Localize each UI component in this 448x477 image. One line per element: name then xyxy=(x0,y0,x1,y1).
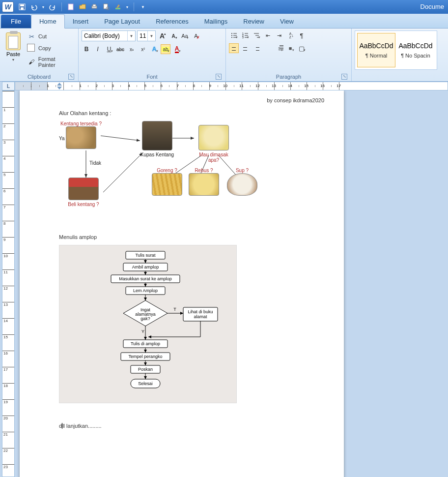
tab-references[interactable]: References xyxy=(148,15,196,28)
style-no-spacing[interactable]: AaBbCcDd ¶ No Spacin xyxy=(396,33,435,67)
new-doc-icon[interactable] xyxy=(66,2,75,11)
copy-icon xyxy=(28,44,35,52)
tab-review[interactable]: Review xyxy=(235,15,272,28)
align-center-button[interactable] xyxy=(240,43,250,53)
tab-mailings[interactable]: Mailings xyxy=(196,15,236,28)
sort-button[interactable] xyxy=(285,30,295,40)
tab-page-layout[interactable]: Page Layout xyxy=(96,15,148,28)
format-painter-label: Format Painter xyxy=(38,56,73,68)
highlight-qat-icon[interactable] xyxy=(113,2,122,11)
label-ya: Ya xyxy=(59,136,65,141)
ruler-tick: 15 xyxy=(291,82,307,90)
first-line-indent-marker[interactable] xyxy=(57,83,62,86)
superscript-button[interactable]: x xyxy=(138,44,148,54)
grow-font-button[interactable]: A▴ xyxy=(157,31,167,41)
undo-dropdown-icon[interactable]: ▼ xyxy=(41,2,45,11)
shading-button[interactable] xyxy=(285,43,295,53)
align-right-button[interactable] xyxy=(252,43,261,53)
bullets-button[interactable] xyxy=(229,30,239,40)
ruler-tick: 16 xyxy=(2,351,14,356)
brush-icon xyxy=(28,58,35,66)
tab-view[interactable]: View xyxy=(272,15,302,28)
ruler-tick: 13 xyxy=(258,82,275,90)
subscript-button[interactable]: x xyxy=(127,44,137,54)
decrease-indent-button[interactable] xyxy=(263,30,273,40)
qat-customize-icon[interactable]: ▼ xyxy=(139,2,147,11)
horizontal-ruler[interactable]: 211234567891011121314151617 xyxy=(15,82,448,90)
print-preview-icon[interactable] xyxy=(102,2,111,11)
ruler-tick: 9 xyxy=(2,237,14,242)
ruler-tick: 11 xyxy=(2,269,14,274)
line-spacing-button[interactable] xyxy=(274,43,284,53)
svg-rect-22 xyxy=(255,35,259,36)
style-normal[interactable]: AaBbCcDd ¶ Normal xyxy=(357,33,395,67)
quick-print-icon[interactable] xyxy=(90,2,99,11)
shrink-font-button[interactable]: A▾ xyxy=(168,31,178,41)
page[interactable]: by consep ikdrama2020 Alur Olahan kentan… xyxy=(20,90,344,477)
ruler-tick: 13 xyxy=(2,302,14,307)
tab-home[interactable]: Home xyxy=(31,14,65,29)
styles-gallery[interactable]: AaBbCcDd ¶ Normal AaBbCcDd ¶ No Spacin xyxy=(355,30,437,70)
style-sample: AaBbCcDd xyxy=(398,42,432,50)
underline-button[interactable]: U xyxy=(104,44,114,54)
increase-indent-button[interactable] xyxy=(274,30,284,40)
svg-point-9 xyxy=(231,33,232,34)
font-color-button[interactable]: A xyxy=(172,44,182,54)
svg-text:Tulis di amplop: Tulis di amplop xyxy=(131,341,160,346)
tab-selector[interactable]: L xyxy=(2,82,15,90)
redo-icon[interactable] xyxy=(48,2,57,11)
hanging-indent-marker[interactable] xyxy=(57,87,62,89)
vertical-ruler[interactable]: 1234567891011121314151617181920212223 xyxy=(2,90,15,477)
align-left-button[interactable] xyxy=(229,43,239,53)
ruler-tick: 6 xyxy=(145,82,161,90)
open-icon[interactable] xyxy=(78,2,87,11)
chevron-down-icon[interactable]: ▼ xyxy=(147,31,155,41)
paste-button[interactable]: Paste ▼ xyxy=(3,30,24,63)
format-painter-button[interactable]: Format Painter xyxy=(26,55,75,69)
svg-text:Tulis surat: Tulis surat xyxy=(135,253,156,258)
ruler-tick: 8 xyxy=(2,221,14,226)
copy-button[interactable]: Copy xyxy=(26,43,75,53)
font-name-combo[interactable]: Calibri (Body)▼ xyxy=(82,30,136,41)
paragraph-dialog-launcher[interactable]: ⤡ xyxy=(341,74,347,80)
label-rebus: Rebus ? xyxy=(187,168,221,173)
cut-button[interactable]: Cut xyxy=(26,31,75,41)
svg-rect-14 xyxy=(233,37,237,38)
font-size-combo[interactable]: 11▼ xyxy=(137,30,156,41)
ruler-tick: 5 xyxy=(2,172,14,177)
ruler-tick: 20 xyxy=(2,416,14,420)
svg-rect-23 xyxy=(257,37,259,38)
text-effects-button[interactable]: A xyxy=(149,44,159,54)
svg-line-26 xyxy=(103,153,142,192)
ruler-tick: 8 xyxy=(177,82,194,90)
save-icon[interactable] xyxy=(18,2,27,11)
qat-separator-2 xyxy=(134,2,134,11)
italic-button[interactable]: I xyxy=(93,44,103,54)
tab-insert[interactable]: Insert xyxy=(65,15,97,28)
borders-button[interactable] xyxy=(297,43,307,53)
ruler-tick: 10 xyxy=(2,253,14,258)
image-peeled-potato xyxy=(198,125,229,150)
multilevel-list-button[interactable] xyxy=(252,30,261,40)
clipboard-dialog-launcher[interactable]: ⤡ xyxy=(68,74,74,80)
tab-file[interactable]: File xyxy=(1,15,31,28)
image-fries xyxy=(152,173,182,196)
strikethrough-button[interactable]: abc xyxy=(115,44,125,54)
bold-button[interactable]: B xyxy=(82,44,91,54)
ruler-tick: 1 xyxy=(2,107,14,112)
justify-button[interactable] xyxy=(263,43,273,53)
numbering-button[interactable]: 123 xyxy=(240,30,250,40)
chevron-down-icon[interactable]: ▼ xyxy=(127,31,135,41)
change-case-button[interactable] xyxy=(180,31,190,41)
label-beli: Beli kentang ? xyxy=(61,202,106,207)
paste-dropdown-icon[interactable]: ▼ xyxy=(12,58,15,61)
clear-formatting-button[interactable] xyxy=(191,31,201,41)
show-marks-button[interactable] xyxy=(297,30,307,40)
ruler-tick: 12 xyxy=(242,82,258,90)
undo-icon[interactable] xyxy=(29,2,38,11)
highlight-qat-dropdown[interactable]: ▼ xyxy=(125,2,129,11)
ruler-tick xyxy=(2,91,14,91)
page-scroll[interactable]: by consep ikdrama2020 Alur Olahan kentan… xyxy=(15,90,448,477)
font-dialog-launcher[interactable]: ⤡ xyxy=(216,74,222,80)
highlight-button[interactable]: ab xyxy=(161,44,170,54)
